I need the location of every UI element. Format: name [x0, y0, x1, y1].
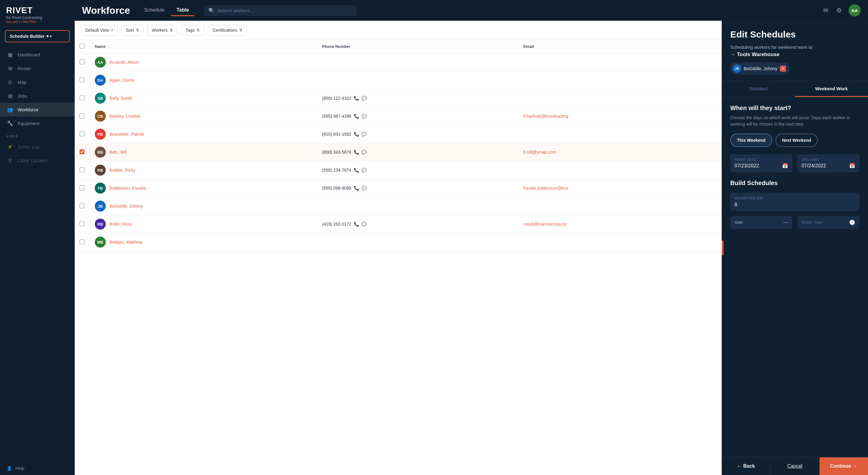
worker-name[interactable]: Bollin, Ross	[110, 221, 132, 227]
email-cell	[519, 233, 722, 251]
sidebar-help[interactable]: 👤 Help	[0, 462, 75, 475]
mail-button[interactable]: ✉	[822, 5, 830, 15]
select-all-checkbox[interactable]	[80, 43, 85, 49]
user-avatar[interactable]: AA	[848, 4, 861, 17]
weekend-buttons: This Weekend Next Weekend	[730, 133, 860, 147]
back-button[interactable]: ← Back	[722, 457, 771, 475]
search-input[interactable]	[218, 8, 352, 13]
tags-filter-button[interactable]: Tags ⇅	[181, 25, 205, 35]
tab-table[interactable]: Table	[171, 5, 194, 16]
message-icon[interactable]: 💬	[362, 114, 367, 119]
row-checkbox[interactable]	[80, 239, 85, 244]
start-date-calendar-icon[interactable]: 📅	[782, 163, 788, 169]
sidebar-item-labor-updates[interactable]: 🗑 Labor Updates	[0, 154, 75, 167]
worker-name[interactable]: Bob , Bill	[110, 150, 126, 155]
message-icon[interactable]: 💬	[362, 132, 367, 137]
search-bar[interactable]: 🔍	[204, 5, 356, 16]
sidebar-item-dashboard[interactable]: ▦ Dashboard	[0, 48, 75, 62]
cancel-button[interactable]: Cancel	[771, 457, 819, 475]
message-icon[interactable]: 💬	[362, 168, 367, 173]
table-row: CB Barkley, Charles (555) 987-4398 📞 💬 C…	[75, 107, 722, 125]
worker-name[interactable]: Bally, Sarah	[110, 96, 132, 100]
worker-name[interactable]: Bobbie, Ricky	[110, 168, 135, 173]
worker-name[interactable]: Bobbinson, Frankie	[110, 186, 146, 190]
worker-name[interactable]: Beardslee, Patrick	[110, 132, 144, 137]
phone-cell: (555) 098-9098 📞 💬	[317, 179, 519, 197]
sidebar-item-action-log[interactable]: ⚡ Action Log	[0, 140, 75, 154]
email-cell	[519, 197, 722, 215]
sidebar-item-workforce[interactable]: 👥 Workforce	[0, 103, 75, 116]
workers-list: Name ↑ Phone Number Email	[75, 40, 722, 251]
row-checkbox[interactable]	[80, 95, 85, 100]
row-checkbox[interactable]	[80, 149, 85, 154]
sidebar-item-jobs[interactable]: ▤ Jobs	[0, 89, 75, 103]
end-date-field: End Date 07/24/2022 📅	[797, 154, 860, 172]
row-checkbox[interactable]	[80, 221, 85, 226]
worker-name[interactable]: BoGiddle, Johnny	[110, 204, 143, 209]
phone-cell: (419) 262-0172 📞 💬	[317, 215, 519, 233]
message-icon[interactable]: 💬	[362, 96, 367, 100]
equipment-icon: 🔧	[7, 120, 13, 126]
sidebar-item-label: Labor Updates	[18, 158, 48, 163]
sort-button[interactable]: Sort ⇅	[121, 25, 144, 35]
name-cell: MB Bridges, Matthew	[90, 233, 317, 251]
worker-name[interactable]: Again, Demo	[110, 78, 134, 83]
labor-updates-icon: 🗑	[7, 158, 13, 163]
phone-icon[interactable]: 📞	[354, 150, 359, 155]
email-cell: rossb@transtarcorp.co	[519, 215, 722, 233]
table-row: DA Again, Demo	[75, 71, 722, 89]
phone-icon[interactable]: 📞	[354, 221, 359, 227]
this-weekend-button[interactable]: This Weekend	[730, 133, 772, 147]
email-cell	[519, 53, 722, 71]
settings-button[interactable]: ⚙	[835, 5, 843, 15]
worker-name[interactable]: Barkley, Charles	[110, 114, 141, 119]
worker-avatar: PB	[95, 129, 106, 140]
phone-cell	[317, 197, 519, 215]
worker-avatar: FB	[95, 183, 106, 194]
schedule-builder-button[interactable]: Schedule Builder ✦+	[5, 30, 70, 42]
filter-bar: Default View ▾ Sort ⇅ Workers ⇅ Tags ⇅ C…	[75, 21, 722, 40]
row-checkbox[interactable]	[80, 203, 85, 208]
phone-icon[interactable]: 📞	[354, 186, 359, 190]
phone-text: (419) 262-0172	[322, 221, 351, 227]
search-icon: 🔍	[209, 8, 215, 13]
row-checkbox[interactable]	[80, 113, 85, 118]
certifications-filter-button[interactable]: Certifications ⇅	[208, 25, 247, 35]
row-checkbox[interactable]	[80, 78, 85, 82]
worker-name[interactable]: Accavitti, Alison	[110, 60, 139, 65]
next-weekend-button[interactable]: Next Weekend	[775, 133, 818, 147]
phone-cell: (800) 343-5678 📞 💬	[317, 143, 519, 161]
sidebar-item-equipment[interactable]: 🔧 Equipment	[0, 116, 75, 130]
tab-schedule[interactable]: Schedule	[139, 5, 170, 16]
default-view-button[interactable]: Default View ▾	[81, 25, 118, 35]
message-icon[interactable]: 💬	[362, 150, 367, 155]
sidebar-item-roster[interactable]: ⊞ Roster	[0, 62, 75, 75]
sidebar-item-map[interactable]: ◎ Map	[0, 75, 75, 89]
end-date-calendar-icon[interactable]: 📅	[849, 163, 855, 169]
filter-icon: ⇅	[239, 28, 242, 32]
worker-name[interactable]: Bridges, Matthew	[110, 240, 142, 244]
sidebar-item-label: Jobs	[18, 93, 27, 98]
panel-collapse-button[interactable]: ▶	[722, 241, 723, 255]
tab-weekend-work[interactable]: Weekend Work	[795, 81, 868, 97]
workers-filter-button[interactable]: Workers ⇅	[147, 25, 177, 35]
row-checkbox[interactable]	[80, 131, 85, 136]
panel-title: Edit Schedules	[730, 29, 860, 40]
worker-avatar: AA	[95, 57, 106, 68]
worker-tag-remove-button[interactable]: ✕	[780, 65, 786, 72]
help-icon: 👤	[7, 466, 12, 471]
phone-icon[interactable]: 📞	[354, 114, 359, 119]
when-start-title: When will they start?	[730, 105, 860, 112]
row-checkbox[interactable]	[80, 185, 85, 190]
row-checkbox[interactable]	[80, 59, 85, 64]
phone-icon[interactable]: 📞	[354, 132, 359, 137]
message-icon[interactable]: 💬	[362, 186, 367, 190]
continue-button[interactable]: Continue →	[819, 457, 868, 475]
phone-icon[interactable]: 📞	[354, 96, 359, 100]
tab-standard[interactable]: Standard	[722, 81, 795, 97]
email-text: CharlesB@kcontracting	[524, 114, 568, 119]
table-row: PB Beardslee, Patrick (810) 931-1562 📞 💬	[75, 125, 722, 143]
row-checkbox[interactable]	[80, 167, 85, 172]
message-icon[interactable]: 💬	[362, 221, 367, 227]
phone-icon[interactable]: 📞	[354, 168, 359, 173]
